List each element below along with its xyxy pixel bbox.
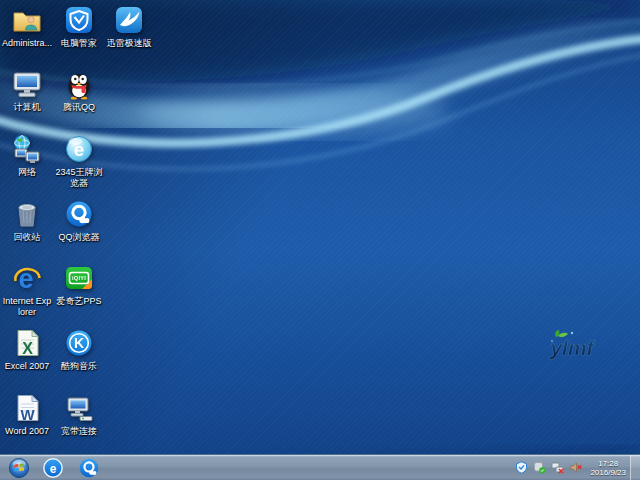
desktop-icon-label: 2345王牌浏览器 — [54, 167, 104, 189]
recycle-bin-icon — [11, 198, 43, 230]
taskbar: e — [0, 454, 640, 480]
desktop-icon-label: 宽带连接 — [61, 426, 97, 437]
bird-icon — [113, 4, 145, 36]
penguin-icon — [63, 68, 95, 100]
network-icon — [11, 133, 43, 165]
desktop-icon-label: 电脑管家 — [61, 38, 97, 49]
taskbar-clock[interactable]: 17:28 2016/9/23 — [590, 459, 626, 477]
iqiyi-glyph: iQIYI — [72, 275, 86, 281]
tray-green-check-icon[interactable] — [531, 460, 547, 476]
desktop-icon-excel-2007[interactable]: X Excel 2007 — [2, 327, 52, 372]
desktop-icon-broadband[interactable]: 宽带连接 — [54, 392, 104, 437]
clock-date: 2016/9/23 — [590, 468, 626, 477]
tray-network-disconnected-icon[interactable] — [549, 460, 565, 476]
k-glyph: K — [74, 335, 84, 351]
shield-icon — [63, 4, 95, 36]
desktop-icon-label: 迅雷极速版 — [107, 38, 152, 49]
desktop-icon-administrator[interactable]: Administra... — [2, 4, 52, 49]
browser-e-icon: e — [63, 133, 95, 165]
clock-time: 17:28 — [590, 459, 626, 468]
desktop-icon-2345-browser[interactable]: e 2345王牌浏览器 — [54, 133, 104, 189]
desktop-icon-label: 爱奇艺PPS — [56, 296, 101, 307]
tray-volume-muted-icon[interactable] — [567, 460, 583, 476]
desktop-icon-label: 酷狗音乐 — [61, 361, 97, 372]
windows-orb-icon — [8, 457, 30, 479]
qq-browser-icon — [63, 198, 95, 230]
desktop-icon-label: 计算机 — [14, 102, 41, 113]
word-icon: W — [11, 392, 43, 424]
desktop-icon-internet-explorer[interactable]: e Internet Explorer — [2, 262, 52, 318]
system-tray: 17:28 2016/9/23 — [512, 455, 640, 480]
desktop-icon-recycle-bin[interactable]: 回收站 — [2, 198, 52, 243]
desktop-icon-label: 回收站 — [14, 232, 41, 243]
desktop-icon-qq-browser[interactable]: QQ浏览器 — [54, 198, 104, 243]
e-glyph: e — [50, 461, 57, 475]
desktop-screen: Administra... 电脑管家 迅雷极速版 — [0, 0, 640, 480]
desktop-icon-thunder[interactable]: 迅雷极速版 — [104, 4, 154, 49]
desktop-icon-word-2007[interactable]: W Word 2007 — [2, 392, 52, 437]
user-folder-icon — [11, 4, 43, 36]
taskbar-pinned-internet-explorer[interactable]: e — [38, 456, 68, 480]
computer-icon — [11, 68, 43, 100]
iqiyi-icon: iQIYI — [63, 262, 95, 294]
excel-icon: X — [11, 327, 43, 359]
desktop-icon-label: QQ浏览器 — [58, 232, 99, 243]
show-desktop-button[interactable] — [630, 455, 640, 480]
taskbar-pinned-qq-browser[interactable] — [74, 456, 104, 480]
tray-security-shield-icon[interactable] — [513, 460, 529, 476]
ie-icon: e — [11, 262, 43, 294]
ylmf-logo-text: ylmf — [549, 336, 595, 359]
e-glyph: e — [74, 139, 85, 160]
kugou-icon: K — [63, 327, 95, 359]
desktop-icon-computer[interactable]: 计算机 — [2, 68, 52, 113]
w-glyph: W — [20, 406, 35, 423]
desktop-icon-label: Internet Explorer — [2, 296, 52, 318]
desktop-icon-label: Administra... — [2, 38, 52, 49]
broadband-icon — [63, 392, 95, 424]
qq-browser-taskbar-icon — [78, 457, 100, 479]
start-button[interactable] — [6, 456, 32, 480]
desktop-icon-kugou-music[interactable]: K 酷狗音乐 — [54, 327, 104, 372]
desktop-icon-label: 腾讯QQ — [63, 102, 95, 113]
desktop-icon-iqiyi-pps[interactable]: iQIYI 爱奇艺PPS — [54, 262, 104, 307]
ie-taskbar-icon: e — [42, 457, 64, 479]
desktop-icon-qq[interactable]: 腾讯QQ — [54, 68, 104, 113]
desktop-icon-label: Word 2007 — [5, 426, 49, 437]
desktop-icon-label: 网络 — [18, 167, 36, 178]
desktop-icon-network[interactable]: 网络 — [2, 133, 52, 178]
x-glyph: X — [22, 340, 33, 357]
desktop-icon-pc-manager[interactable]: 电脑管家 — [54, 4, 104, 49]
desktop-icon-label: Excel 2007 — [5, 361, 50, 372]
ylmf-logo: ylmf — [528, 328, 612, 366]
